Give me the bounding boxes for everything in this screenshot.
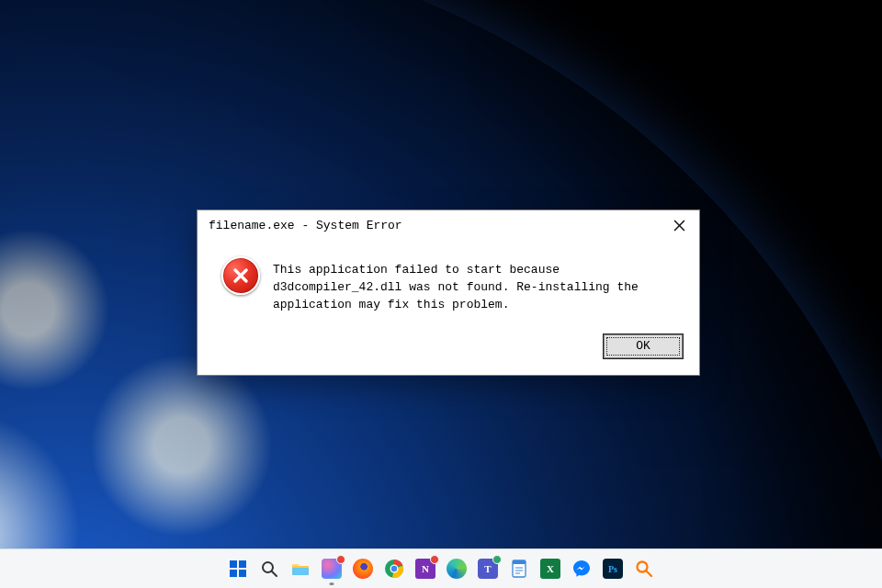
dialog-titlebar[interactable]: filename.exe - System Error [198,210,699,240]
copilot[interactable] [318,555,345,582]
search-icon [259,559,279,579]
onenote-icon: N [415,559,435,579]
system-error-dialog: filename.exe - System Error This applica… [197,209,700,376]
edge-icon [447,559,467,579]
close-icon [673,220,685,232]
file-explorer[interactable] [287,555,314,582]
svg-rect-4 [230,560,237,568]
dialog-message: This application failed to start because… [273,256,670,314]
close-button[interactable] [666,212,692,238]
svg-rect-7 [239,570,246,577]
search-button[interactable] [255,555,283,582]
dialog-body: This application failed to start because… [198,240,699,323]
edge[interactable] [443,555,470,582]
svg-point-13 [391,566,397,571]
dialog-button-row: OK [198,323,699,375]
notepad[interactable] [505,555,533,582]
taskbar: N T X Ps [0,548,882,588]
messenger[interactable] [568,555,595,582]
messenger-icon [571,559,592,579]
svg-rect-10 [292,568,309,575]
svg-rect-5 [239,560,246,568]
ok-button[interactable]: OK [604,334,683,358]
excel[interactable]: X [537,555,564,582]
photoshop[interactable]: Ps [599,555,627,582]
svg-line-20 [647,571,652,577]
error-x-icon [232,267,249,284]
firefox-icon [353,559,373,579]
svg-line-9 [272,571,277,576]
windows-icon [228,559,248,579]
copilot-icon [322,559,342,579]
desktop: filename.exe - System Error This applica… [0,0,882,588]
chrome-icon [384,559,404,579]
folder-icon [290,559,311,579]
teams[interactable]: T [474,555,502,582]
chrome[interactable] [380,555,408,582]
notepad-icon [509,559,529,579]
start-button[interactable] [224,555,252,582]
firefox[interactable] [349,555,377,582]
dialog-title: filename.exe - System Error [209,219,666,232]
onenote[interactable]: N [412,555,439,582]
everything-search[interactable] [630,555,658,582]
photoshop-icon: Ps [603,559,623,579]
svg-rect-6 [230,570,237,577]
excel-icon: X [540,559,560,579]
error-icon [221,256,260,314]
teams-icon: T [478,559,498,579]
orange-search-icon [634,559,654,579]
svg-rect-15 [513,560,526,564]
